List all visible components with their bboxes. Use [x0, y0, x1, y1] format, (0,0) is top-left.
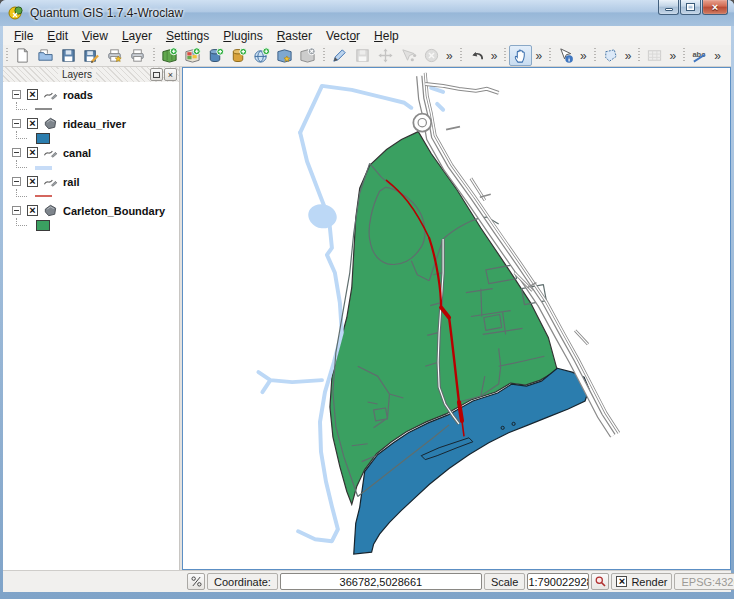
maximize-button[interactable] [680, 0, 701, 15]
layer-visibility-checkbox[interactable]: × [27, 176, 38, 187]
new-print-composer-button[interactable] [103, 45, 126, 66]
table-overflow-button[interactable]: » [666, 50, 679, 62]
add-wms-layer-button[interactable] [250, 45, 273, 66]
save-project-as-button[interactable] [80, 45, 103, 66]
menu-item-layer[interactable]: Layer [115, 28, 159, 44]
open-project-button[interactable] [34, 45, 57, 66]
polygon-layer-icon [43, 203, 58, 218]
save-edits-button[interactable] [351, 45, 374, 66]
magnifier-red-icon [594, 575, 607, 588]
node-tool-button[interactable] [397, 45, 420, 66]
scale-label: Scale [484, 573, 526, 590]
main-area: Layers × ×roads×rideau_river×canal×rail×… [3, 67, 731, 570]
layer-item-roads[interactable]: ×roads [3, 87, 179, 115]
expander-icon[interactable] [12, 119, 21, 128]
labeling-overflow-button[interactable]: » [711, 50, 724, 62]
canal-pond [308, 204, 337, 228]
open-icon [37, 47, 54, 64]
pan-map-button[interactable] [509, 45, 532, 66]
select-icon [602, 47, 619, 64]
layer-visibility-checkbox[interactable]: × [27, 89, 38, 100]
new-shapefile-layer-button[interactable] [273, 45, 296, 66]
new-icon [14, 47, 31, 64]
layer-item-canal[interactable]: ×canal [3, 145, 179, 173]
render-checkbox[interactable]: × Render [611, 573, 672, 590]
layer-item-rideau_river[interactable]: ×rideau_river [3, 116, 179, 144]
toolbar-group: » [593, 45, 638, 66]
select-features-button[interactable] [599, 45, 622, 66]
add-postgis-layer-button[interactable] [204, 45, 227, 66]
qgis-window: Quantum GIS 1.7.4-Wroclaw × FileEditView… [0, 0, 734, 599]
expander-icon[interactable] [12, 177, 21, 186]
selection-overflow-button[interactable]: » [622, 50, 635, 62]
menu-item-settings[interactable]: Settings [159, 28, 216, 44]
remove-layer-button[interactable] [296, 45, 319, 66]
layer-symbol-swatch[interactable] [36, 220, 50, 231]
undo-overflow-button[interactable]: » [488, 50, 501, 62]
layer-row: ×rail [3, 174, 179, 189]
toolbar-group: » [637, 45, 682, 66]
print-composer-button[interactable] [126, 45, 149, 66]
add-raster-layer-button[interactable] [181, 45, 204, 66]
digitizing-overflow-button[interactable]: » [443, 50, 456, 62]
new-project-button[interactable] [11, 45, 34, 66]
expander-icon[interactable] [12, 206, 21, 215]
identify-features-button[interactable] [554, 45, 577, 66]
menu-item-plugins[interactable]: Plugins [216, 28, 269, 44]
delete-selected-icon [423, 47, 440, 64]
menu-item-help[interactable]: Help [367, 28, 406, 44]
delete-selected-button[interactable] [420, 45, 443, 66]
undo-button[interactable] [465, 45, 488, 66]
layer-symbol-swatch[interactable] [36, 133, 50, 144]
attr-table-icon [646, 47, 663, 64]
add-vector-icon [161, 47, 178, 64]
mouse-position-toggle-button[interactable] [187, 573, 205, 590]
render-checkbox-box[interactable]: × [616, 576, 627, 587]
layer-name: rail [63, 176, 80, 188]
minimize-button[interactable] [658, 0, 679, 15]
new-shapefile-icon [276, 47, 293, 64]
add-vector-layer-button[interactable] [158, 45, 181, 66]
attributes-overflow-button[interactable]: » [577, 50, 590, 62]
expander-icon[interactable] [12, 148, 21, 157]
scale-input[interactable] [527, 573, 589, 590]
layer-symbol-swatch[interactable] [35, 166, 52, 170]
layer-symbol-swatch[interactable] [35, 195, 52, 197]
expander-icon[interactable] [12, 90, 21, 99]
menu-item-file[interactable]: File [7, 28, 40, 44]
toolbar-group: » [682, 45, 727, 66]
tree-line [16, 189, 27, 197]
map-canvas[interactable] [182, 67, 731, 570]
coordinate-label: Coordinate: [207, 573, 278, 590]
layer-visibility-checkbox[interactable]: × [27, 205, 38, 216]
move-feature-button[interactable] [374, 45, 397, 66]
open-attribute-table-button[interactable] [643, 45, 666, 66]
menu-item-edit[interactable]: Edit [40, 28, 75, 44]
dock-float-button[interactable] [150, 68, 163, 81]
close-button[interactable]: × [702, 0, 728, 15]
layer-item-Carleton_Boundary[interactable]: ×Carleton_Boundary [3, 203, 179, 231]
navigation-overflow-button[interactable]: » [532, 50, 545, 62]
add-db-icon [207, 47, 224, 64]
client-area: FileEditViewLayerSettingsPluginsRasterVe… [3, 26, 731, 592]
dock-close-button[interactable]: × [164, 68, 177, 81]
coordinate-input[interactable] [280, 573, 482, 590]
layer-name: rideau_river [63, 118, 126, 130]
titlebar[interactable]: Quantum GIS 1.7.4-Wroclaw × [0, 0, 734, 26]
layer-symbol-swatch[interactable] [35, 108, 52, 110]
add-spatialite-layer-button[interactable] [227, 45, 250, 66]
layer-item-rail[interactable]: ×rail [3, 174, 179, 202]
layers-panel: Layers × ×roads×rideau_river×canal×rail×… [3, 67, 180, 570]
labeling-button[interactable] [688, 45, 711, 66]
layer-visibility-checkbox[interactable]: × [27, 118, 38, 129]
layers-panel-header[interactable]: Layers × [3, 67, 179, 82]
menu-item-vector[interactable]: Vector [319, 28, 367, 44]
tree-line [16, 160, 27, 168]
layer-name: roads [63, 89, 93, 101]
save-project-button[interactable] [57, 45, 80, 66]
menu-item-view[interactable]: View [75, 28, 115, 44]
layer-visibility-checkbox[interactable]: × [27, 147, 38, 158]
menu-item-raster[interactable]: Raster [270, 28, 319, 44]
zoom-scale-button[interactable] [591, 573, 609, 590]
toggle-editing-button[interactable] [328, 45, 351, 66]
